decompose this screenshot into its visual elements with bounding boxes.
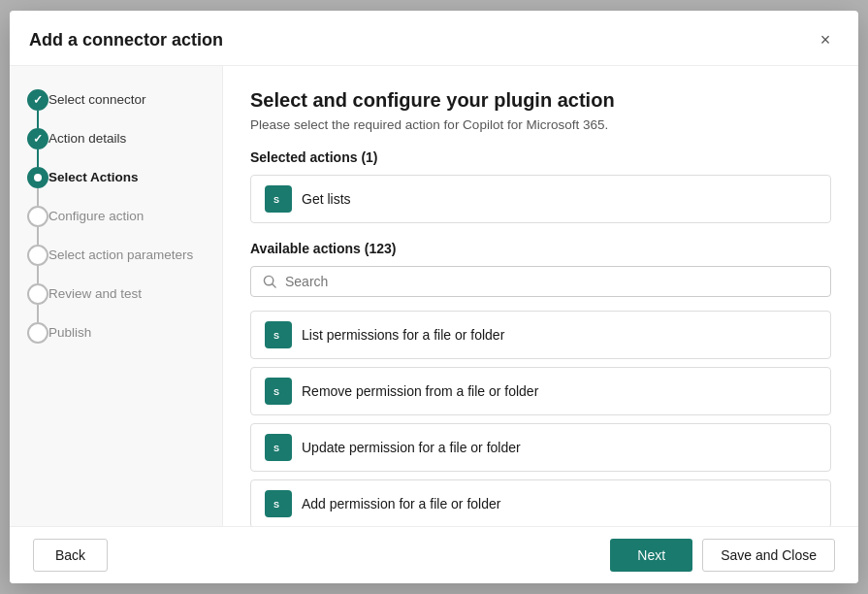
step-row-select-connector: ✓ Select connector — [27, 89, 222, 128]
action-label-3: Update permission for a file or folder — [302, 440, 521, 455]
selected-action-item[interactable]: S Get lists — [250, 175, 831, 223]
selected-action-icon: S — [265, 185, 292, 213]
step-circle-7 — [27, 322, 48, 344]
check-icon-2: ✓ — [33, 132, 43, 146]
step-row-configure-action: Configure action — [27, 206, 222, 245]
step-row-publish: Publish — [27, 322, 222, 361]
step-circle-2: ✓ — [27, 128, 48, 149]
step-line-3 — [37, 188, 39, 206]
sidebar-item-publish[interactable]: Publish — [48, 322, 91, 361]
step-line-1 — [37, 111, 39, 128]
action-icon-2: S — [265, 378, 292, 405]
back-button[interactable]: Back — [33, 539, 108, 572]
action-icon-1: S — [265, 321, 292, 348]
sharepoint-icon-4: S — [271, 496, 286, 512]
steps-list: ✓ Select connector ✓ Action details — [27, 89, 222, 361]
step-connector-7 — [27, 322, 48, 344]
step-line-4 — [37, 227, 39, 245]
active-dot-3 — [34, 174, 42, 182]
step-row-action-details: ✓ Action details — [27, 128, 222, 167]
check-icon-1: ✓ — [33, 93, 43, 107]
selected-actions-label: Selected actions (1) — [250, 149, 831, 165]
content-subtitle: Please select the required action for Co… — [250, 117, 831, 132]
modal-header: Add a connector action × — [10, 11, 858, 66]
sidebar-item-select-actions[interactable]: Select Actions — [48, 167, 139, 206]
svg-text:S: S — [273, 500, 279, 510]
next-button[interactable]: Next — [610, 539, 692, 572]
action-label-4: Add permission for a file or folder — [302, 496, 500, 512]
svg-text:S: S — [273, 444, 279, 453]
sharepoint-icon-2: S — [271, 383, 286, 399]
modal-body: ✓ Select connector ✓ Action details — [10, 66, 858, 526]
step-line-5 — [37, 266, 39, 283]
available-action-item-3[interactable]: S Update permission for a file or folder — [250, 423, 831, 472]
step-connector-6 — [27, 283, 48, 322]
content-title: Select and configure your plugin action — [250, 89, 831, 112]
sidebar-item-select-connector[interactable]: Select connector — [48, 89, 146, 128]
step-connector-1: ✓ — [27, 89, 48, 128]
step-circle-1: ✓ — [27, 89, 48, 111]
step-connector-5 — [27, 245, 48, 283]
content-area: Select and configure your plugin action … — [223, 66, 858, 526]
step-line-6 — [37, 305, 39, 322]
available-action-item-4[interactable]: S Add permission for a file or folder — [250, 479, 831, 526]
modal: Add a connector action × ✓ Select connec… — [10, 11, 858, 583]
modal-footer: Back Next Save and Close — [10, 526, 858, 583]
footer-right: Next Save and Close — [610, 539, 835, 572]
sidebar: ✓ Select connector ✓ Action details — [10, 66, 223, 526]
action-icon-4: S — [265, 490, 292, 517]
save-close-button[interactable]: Save and Close — [702, 539, 835, 572]
sharepoint-icon-selected: S — [271, 191, 286, 207]
svg-text:S: S — [273, 331, 279, 341]
action-icon-3: S — [265, 434, 292, 461]
sidebar-item-review-and-test[interactable]: Review and test — [48, 283, 142, 322]
search-box — [250, 266, 831, 297]
sidebar-item-action-details[interactable]: Action details — [48, 128, 126, 167]
step-circle-3 — [27, 167, 48, 188]
step-row-select-actions: Select Actions — [27, 167, 222, 206]
available-action-item-1[interactable]: S List permissions for a file or folder — [250, 311, 831, 359]
step-row-review-and-test: Review and test — [27, 283, 222, 322]
selected-action-label: Get lists — [302, 191, 351, 207]
action-label-2: Remove permission from a file or folder — [302, 383, 538, 399]
svg-text:S: S — [273, 387, 279, 397]
step-circle-4 — [27, 206, 48, 227]
step-connector-4 — [27, 206, 48, 245]
step-circle-5 — [27, 245, 48, 266]
modal-title: Add a connector action — [29, 30, 223, 50]
step-row-select-action-parameters: Select action parameters — [27, 245, 222, 283]
step-connector-2: ✓ — [27, 128, 48, 167]
search-icon — [263, 275, 277, 289]
step-connector-3 — [27, 167, 48, 206]
sharepoint-icon-1: S — [271, 327, 286, 343]
close-button[interactable]: × — [812, 26, 839, 53]
action-label-1: List permissions for a file or folder — [302, 327, 504, 343]
sidebar-item-select-action-parameters[interactable]: Select action parameters — [48, 245, 193, 283]
sharepoint-icon-3: S — [271, 440, 286, 455]
sidebar-item-configure-action[interactable]: Configure action — [48, 206, 144, 245]
step-circle-6 — [27, 283, 48, 305]
step-line-2 — [37, 149, 39, 167]
available-action-item-2[interactable]: S Remove permission from a file or folde… — [250, 367, 831, 415]
svg-text:S: S — [273, 195, 279, 205]
svg-line-3 — [273, 283, 275, 286]
available-actions-label: Available actions (123) — [250, 241, 831, 256]
search-input[interactable] — [285, 274, 819, 289]
